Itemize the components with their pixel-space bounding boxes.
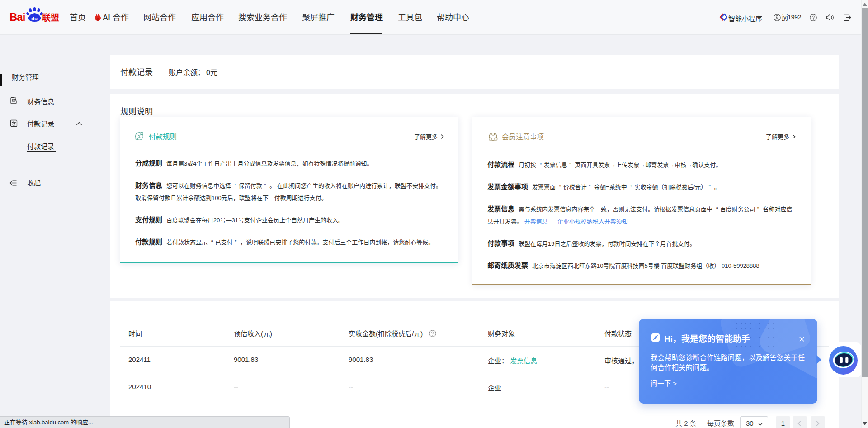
svg-text:Bai: Bai (9, 11, 25, 23)
svg-text:du: du (31, 16, 38, 21)
svg-text:联盟: 联盟 (42, 13, 59, 23)
